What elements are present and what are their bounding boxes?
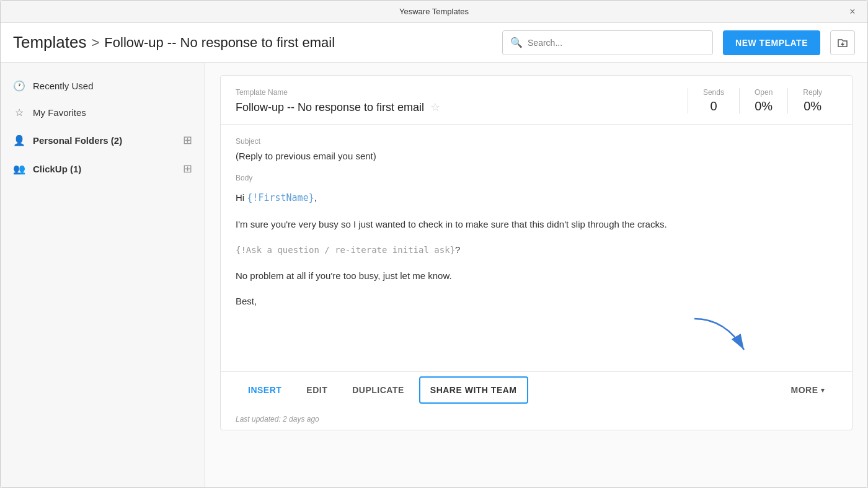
favorite-star-icon[interactable]: ☆ bbox=[430, 100, 440, 114]
folder-arrow-icon bbox=[836, 37, 849, 49]
subject-label: Subject bbox=[236, 137, 837, 146]
open-value: 0% bbox=[755, 99, 773, 113]
template-name-section: Template Name Follow-up -- No response t… bbox=[236, 88, 688, 114]
template-body-section: Subject (Reply to previous email you sen… bbox=[221, 125, 852, 371]
clock-icon: 🕐 bbox=[13, 80, 25, 92]
ask-variable: {!Ask a question / re-iterate initial as… bbox=[236, 245, 455, 255]
team-icon: 👥 bbox=[13, 163, 25, 175]
template-name-label: Template Name bbox=[236, 88, 688, 97]
body-line-2: I'm sure you're very busy so I just want… bbox=[236, 216, 837, 233]
close-button[interactable]: × bbox=[845, 4, 860, 19]
template-breadcrumb-name: Follow-up -- No response to first email bbox=[104, 35, 335, 51]
app-window: Yesware Templates × Templates > Follow-u… bbox=[0, 0, 868, 488]
sidebar: 🕐 Recently Used ☆ My Favorites 👤 Persona… bbox=[1, 63, 205, 487]
body-line-1: Hi {!FirstName}, bbox=[236, 190, 837, 206]
insert-button[interactable]: INSERT bbox=[236, 371, 294, 409]
sidebar-item-my-favorites[interactable]: ☆ My Favorites bbox=[1, 99, 205, 126]
share-with-team-button[interactable]: SHARE WITH TEAM bbox=[419, 376, 528, 404]
search-input[interactable] bbox=[528, 38, 705, 48]
stat-open: Open 0% bbox=[739, 88, 787, 113]
body-line-5: Best, bbox=[236, 293, 837, 309]
sidebar-item-personal-folders[interactable]: 👤 Personal Folders (2) ⊞ bbox=[1, 126, 205, 154]
firstname-variable: {!FirstName} bbox=[247, 192, 314, 203]
reply-label: Reply bbox=[803, 88, 822, 97]
template-stats: Sends 0 Open 0% Reply 0% bbox=[688, 88, 837, 113]
search-icon: 🔍 bbox=[510, 37, 523, 48]
content-area: Template Name Follow-up -- No response t… bbox=[205, 63, 867, 487]
stat-reply: Reply 0% bbox=[787, 88, 837, 113]
recently-used-label: Recently Used bbox=[33, 81, 192, 91]
sends-value: 0 bbox=[703, 99, 724, 113]
new-template-button[interactable]: NEW TEMPLATE bbox=[723, 30, 820, 55]
stat-sends: Sends 0 bbox=[688, 88, 739, 113]
arrow-annotation bbox=[236, 309, 837, 359]
last-updated: Last updated: 2 days ago bbox=[221, 409, 852, 430]
duplicate-button[interactable]: DUPLICATE bbox=[340, 371, 417, 409]
more-label: MORE bbox=[791, 385, 818, 395]
subject-value: (Reply to previous email you sent) bbox=[236, 151, 837, 161]
personal-folders-label: Personal Folders (2) bbox=[33, 135, 175, 146]
annotation-arrow bbox=[688, 316, 763, 359]
reply-value: 0% bbox=[803, 99, 822, 113]
star-outline-icon: ☆ bbox=[13, 107, 25, 118]
sidebar-item-clickup[interactable]: 👥 ClickUp (1) ⊞ bbox=[1, 154, 205, 183]
breadcrumb-chevron: > bbox=[92, 35, 100, 51]
open-label: Open bbox=[755, 88, 773, 97]
sends-label: Sends bbox=[703, 88, 724, 97]
body-line-3: {!Ask a question / re-iterate initial as… bbox=[236, 242, 837, 258]
body-text: Hi {!FirstName}, I'm sure you're very bu… bbox=[236, 190, 837, 309]
more-button[interactable]: MORE ▾ bbox=[779, 371, 838, 409]
template-card: Template Name Follow-up -- No response t… bbox=[220, 75, 852, 430]
title-bar: Yesware Templates × bbox=[1, 1, 867, 23]
template-name: Follow-up -- No response to first email bbox=[236, 101, 424, 114]
body-label: Body bbox=[236, 174, 837, 182]
templates-title: Templates bbox=[13, 33, 87, 52]
personal-folders-add-button[interactable]: ⊞ bbox=[183, 133, 192, 147]
edit-button[interactable]: EDIT bbox=[294, 371, 340, 409]
search-box[interactable]: 🔍 bbox=[502, 30, 713, 55]
clickup-add-button[interactable]: ⊞ bbox=[183, 162, 192, 175]
template-name-row: Follow-up -- No response to first email … bbox=[236, 100, 688, 114]
breadcrumb: Templates > Follow-up -- No response to … bbox=[13, 33, 492, 52]
body-line-4: No problem at all if you're too busy, ju… bbox=[236, 268, 837, 284]
folder-icon-button[interactable] bbox=[830, 30, 855, 55]
template-header: Template Name Follow-up -- No response t… bbox=[221, 76, 852, 125]
action-bar: INSERT EDIT DUPLICATE SHARE WITH TEAM MO… bbox=[221, 371, 852, 409]
main-layout: 🕐 Recently Used ☆ My Favorites 👤 Persona… bbox=[1, 63, 867, 487]
clickup-label: ClickUp (1) bbox=[33, 164, 175, 174]
person-icon: 👤 bbox=[13, 135, 25, 146]
window-title: Yesware Templates bbox=[399, 7, 469, 16]
chevron-down-icon: ▾ bbox=[821, 386, 825, 394]
sidebar-item-recently-used[interactable]: 🕐 Recently Used bbox=[1, 73, 205, 99]
header: Templates > Follow-up -- No response to … bbox=[1, 23, 867, 63]
my-favorites-label: My Favorites bbox=[33, 107, 192, 118]
